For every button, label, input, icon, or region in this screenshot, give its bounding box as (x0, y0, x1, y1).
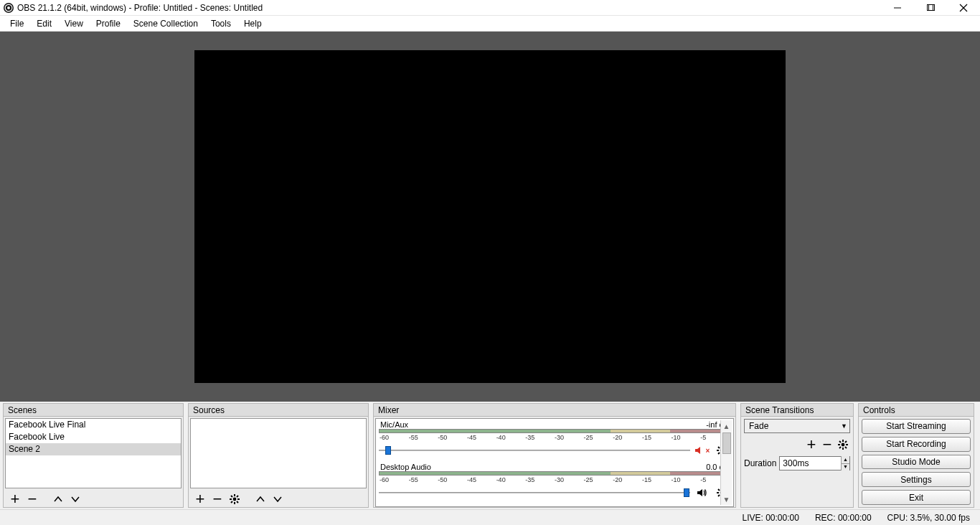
docks-row: Scenes Facebook Live Final Facebook Live… (0, 402, 980, 509)
speaker-icon[interactable] (693, 485, 710, 501)
exit-button[interactable]: Exit (862, 490, 971, 505)
scenes-header[interactable]: Scenes (4, 404, 183, 417)
add-source-button[interactable]: + (192, 491, 209, 507)
svg-line-43 (839, 447, 841, 448)
sources-list[interactable] (190, 418, 367, 488)
meter-ticks: -60-55-50-45-40-35-30-25-20-15-10-50 (379, 476, 730, 483)
add-transition-button[interactable]: + (804, 438, 819, 452)
svg-line-16 (231, 501, 232, 503)
svg-line-25 (718, 453, 720, 454)
sources-toolbar: + − (189, 490, 368, 507)
menu-scene-collection[interactable]: Scene Collection (128, 17, 204, 30)
window-title: OBS 21.1.2 (64bit, windows) - Profile: U… (17, 3, 263, 13)
duration-input[interactable] (780, 457, 841, 470)
remove-scene-button[interactable]: − (24, 491, 41, 507)
scene-item[interactable]: Facebook Live (6, 431, 181, 443)
studio-mode-button[interactable]: Studio Mode (862, 455, 971, 470)
mixer-body: Mic/Aux -inf dB -60-55-50-45-40-35-30-25… (375, 418, 734, 507)
status-rec: REC: 00:00:00 (815, 513, 872, 523)
channel-name: Desktop Audio (380, 463, 431, 471)
start-streaming-button[interactable]: Start Streaming (862, 419, 971, 434)
start-recording-button[interactable]: Start Recording (862, 437, 971, 452)
transition-select[interactable]: Fade ▼ (744, 419, 850, 433)
mixer-channel: Desktop Audio 0.0 dB -60-55-50-45-40-35-… (379, 463, 730, 501)
svg-line-40 (839, 441, 841, 443)
svg-line-42 (845, 441, 847, 443)
svg-point-2 (7, 6, 10, 9)
duration-stepper[interactable]: ▲ ▼ (779, 456, 850, 470)
audio-meter (379, 429, 730, 433)
add-scene-button[interactable]: + (6, 491, 24, 507)
app-icon (3, 2, 14, 14)
stepper-up-icon[interactable]: ▲ (841, 456, 849, 464)
svg-line-15 (237, 496, 238, 497)
menu-file[interactable]: File (4, 17, 29, 30)
svg-line-41 (845, 447, 847, 448)
close-button[interactable] (947, 0, 980, 16)
svg-line-22 (718, 447, 720, 448)
status-bar: LIVE: 00:00:00 REC: 00:00:00 CPU: 3.5%, … (0, 509, 980, 525)
volume-slider[interactable] (379, 488, 690, 498)
svg-point-8 (233, 498, 237, 501)
mute-icon[interactable]: × (693, 443, 710, 458)
minimize-button[interactable] (881, 0, 914, 16)
source-properties-button[interactable] (226, 491, 243, 507)
remove-transition-button[interactable]: − (820, 438, 834, 452)
maximize-button[interactable] (914, 0, 947, 16)
scroll-down-icon[interactable]: ▼ (721, 493, 732, 505)
sources-header[interactable]: Sources (189, 404, 368, 417)
scenes-list[interactable]: Facebook Live Final Facebook Live Scene … (5, 418, 182, 488)
transition-value: Fade (749, 421, 768, 431)
svg-line-31 (718, 489, 720, 491)
title-bar: OBS 21.1.2 (64bit, windows) - Profile: U… (0, 0, 980, 16)
remove-source-button[interactable]: − (209, 491, 226, 507)
svg-rect-5 (929, 4, 935, 10)
mixer-scrollbar[interactable]: ▲ ▼ (720, 420, 732, 505)
mixer-dock: Mixer Mic/Aux -inf dB -60-55-50-45-40-35… (373, 403, 736, 508)
transitions-header[interactable]: Scene Transitions (741, 404, 853, 417)
settings-button[interactable]: Settings (862, 472, 971, 487)
svg-line-14 (237, 501, 238, 503)
menu-edit[interactable]: Edit (31, 17, 57, 30)
mixer-header[interactable]: Mixer (374, 404, 735, 417)
scene-down-button[interactable] (67, 491, 84, 507)
status-cpu: CPU: 3.5%, 30.00 fps (887, 513, 970, 523)
menu-help[interactable]: Help (238, 17, 268, 30)
menu-view[interactable]: View (59, 17, 89, 30)
scenes-dock: Scenes Facebook Live Final Facebook Live… (3, 403, 184, 508)
scene-item[interactable]: Facebook Live Final (6, 419, 181, 431)
svg-line-13 (231, 496, 232, 497)
scene-up-button[interactable] (50, 491, 67, 507)
scroll-up-icon[interactable]: ▲ (721, 420, 732, 432)
menu-profile[interactable]: Profile (90, 17, 126, 30)
stepper-down-icon[interactable]: ▼ (841, 464, 849, 471)
preview-area (0, 32, 980, 402)
duration-label: Duration (744, 458, 776, 468)
svg-rect-4 (928, 4, 933, 10)
meter-ticks: -60-55-50-45-40-35-30-25-20-15-10-50 (379, 434, 730, 441)
menu-bar: File Edit View Profile Scene Collection … (0, 16, 980, 32)
menu-tools[interactable]: Tools (205, 17, 237, 30)
scenes-toolbar: + − (4, 490, 183, 507)
status-live: LIVE: 00:00:00 (742, 513, 798, 523)
sources-dock: Sources + − (188, 403, 369, 508)
audio-meter (379, 471, 730, 476)
controls-header[interactable]: Controls (859, 404, 974, 417)
channel-name: Mic/Aux (380, 420, 408, 429)
preview-canvas[interactable] (194, 50, 786, 383)
mixer-channel: Mic/Aux -inf dB -60-55-50-45-40-35-30-25… (379, 420, 730, 458)
volume-slider[interactable] (379, 445, 690, 455)
transition-properties-button[interactable] (836, 438, 850, 452)
source-up-button[interactable] (252, 491, 269, 507)
source-down-button[interactable] (269, 491, 286, 507)
svg-point-35 (842, 443, 845, 447)
scene-item[interactable]: Scene 2 (6, 443, 181, 455)
controls-dock: Controls Start Streaming Start Recording… (858, 403, 974, 508)
svg-line-34 (718, 495, 720, 496)
chevron-down-icon: ▼ (841, 422, 847, 430)
transitions-dock: Scene Transitions Fade ▼ + − Duration ▲ (740, 403, 854, 508)
scroll-thumb[interactable] (722, 432, 731, 454)
